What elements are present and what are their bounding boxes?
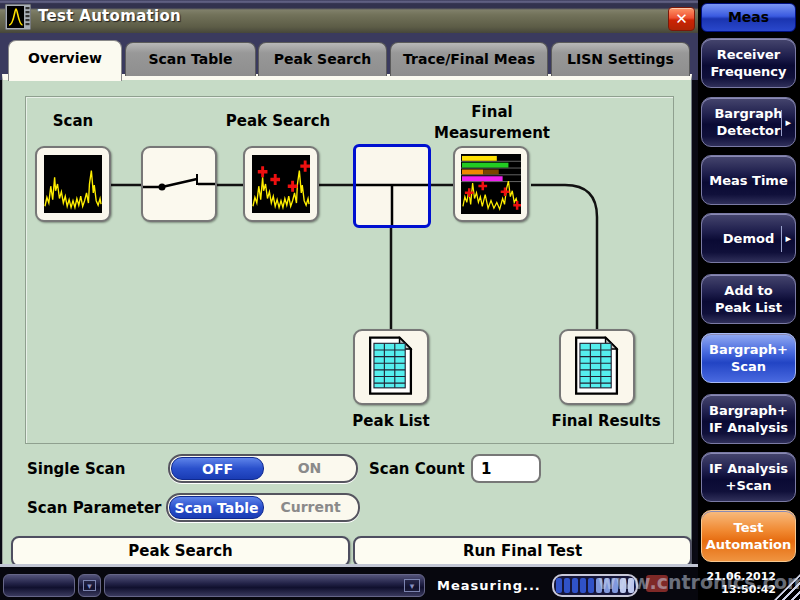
submenu-arrow-icon: ▸: [781, 226, 791, 252]
overview-content: Scan Peak Search Final Measurement: [2, 74, 692, 564]
scan-label: Scan: [23, 112, 123, 130]
single-scan-toggle: OFF ON: [168, 454, 358, 483]
dropdown-icon: ▾: [83, 580, 96, 591]
taskbar-segment-1[interactable]: [3, 574, 75, 597]
peak-search-label: Peak Search: [198, 112, 358, 130]
resize-grip-icon[interactable]: [774, 574, 800, 600]
demod-softkey[interactable]: Demod ▸: [701, 213, 796, 263]
selected-junction-block: [353, 144, 431, 228]
softkey-panel: Meas Receiver Frequency Bargraph Detecto…: [698, 0, 800, 600]
close-button[interactable]: ✕: [668, 7, 695, 31]
progress-cell: [612, 578, 618, 593]
datetime-display: 21.06.2012 13:50:42: [706, 570, 776, 596]
progress-cell: [580, 578, 586, 593]
app-trace-icon: [5, 4, 31, 30]
progress-bar: [552, 574, 638, 597]
scan-trace-icon: [44, 155, 102, 213]
time-text: 13:50:42: [706, 583, 776, 596]
single-scan-off-option[interactable]: OFF: [171, 457, 264, 480]
tab-overview[interactable]: Overview: [8, 40, 122, 81]
single-scan-label: Single Scan: [27, 460, 125, 478]
tab-bar: Overview Scan Table Peak Search Trace/Fi…: [0, 33, 698, 80]
document-table-icon: [561, 331, 633, 403]
peak-search-trace-icon: [252, 155, 310, 213]
scan-parameter-scan-table-option[interactable]: Scan Table: [169, 496, 264, 519]
peak-search-button[interactable]: Peak Search: [11, 536, 350, 567]
softkey-menu-title: Meas: [701, 3, 796, 32]
window-title: Test Automation: [38, 7, 181, 25]
bargraph-if-analysis-softkey[interactable]: Bargraph+ IF Analysis: [701, 394, 796, 444]
watermark-logo: [646, 575, 668, 592]
receiver-frequency-softkey[interactable]: Receiver Frequency: [701, 38, 796, 88]
date-text: 21.06.2012: [706, 570, 776, 583]
document-table-icon: [355, 331, 427, 403]
scan-parameter-label: Scan Parameter: [27, 499, 162, 517]
scan-block: [35, 146, 111, 222]
run-final-test-button[interactable]: Run Final Test: [353, 536, 692, 567]
progress-cell: [572, 578, 578, 593]
progress-cell: [596, 578, 602, 593]
tab-peak-search[interactable]: Peak Search: [258, 42, 387, 76]
test-automation-softkey[interactable]: Test Automation: [701, 510, 796, 562]
progress-cell: [564, 578, 570, 593]
scan-count-label: Scan Count: [369, 460, 465, 478]
meas-time-softkey[interactable]: Meas Time: [701, 155, 796, 205]
tab-lisn-settings[interactable]: LISN Settings: [551, 42, 690, 76]
final-results-icon: [559, 329, 635, 405]
taskbar-segment-2[interactable]: ▾: [104, 574, 425, 597]
tab-scan-table[interactable]: Scan Table: [125, 42, 256, 76]
peak-list-label: Peak List: [321, 412, 461, 430]
single-scan-on-option[interactable]: ON: [264, 457, 355, 480]
bargraph-detector-softkey[interactable]: Bargraph Detector ▸: [701, 97, 796, 147]
progress-cell: [604, 578, 610, 593]
final-results-label: Final Results: [531, 412, 681, 430]
final-measurement-icon: [461, 154, 521, 214]
submenu-arrow-icon: ▸: [781, 110, 791, 136]
progress-cell: [556, 578, 562, 593]
peak-search-block: [243, 146, 319, 222]
status-bar: ▾ ▾ Measuring...: [0, 564, 698, 600]
title-bar: Test Automation ✕: [0, 0, 698, 33]
progress-cell: [620, 578, 626, 593]
if-analysis-scan-softkey[interactable]: IF Analysis +Scan: [701, 452, 796, 502]
peak-list-icon: [353, 329, 429, 405]
main-window: Test Automation ✕ Overview Scan Table Pe…: [0, 0, 698, 600]
progress-cell: [588, 578, 594, 593]
switch-icon: [143, 148, 215, 220]
scan-parameter-current-option[interactable]: Current: [264, 496, 357, 519]
add-to-peak-list-softkey[interactable]: Add to Peak List: [701, 274, 796, 324]
status-text: Measuring...: [437, 578, 541, 593]
junction-lines-icon: [356, 147, 428, 225]
scan-parameter-toggle: Scan Table Current: [166, 493, 360, 522]
display-select-icon: ▾: [404, 579, 420, 592]
scan-count-input[interactable]: [471, 454, 541, 483]
final-measurement-block: [453, 146, 529, 222]
bargraph-scan-softkey[interactable]: Bargraph+ Scan: [701, 333, 796, 383]
switch-block: [141, 146, 217, 222]
progress-cell: [628, 578, 634, 593]
tab-trace-final-meas[interactable]: Trace/Final Meas: [390, 42, 548, 76]
taskbar-dropdown-button[interactable]: ▾: [78, 574, 101, 597]
final-measurement-label: Final Measurement: [412, 102, 572, 144]
